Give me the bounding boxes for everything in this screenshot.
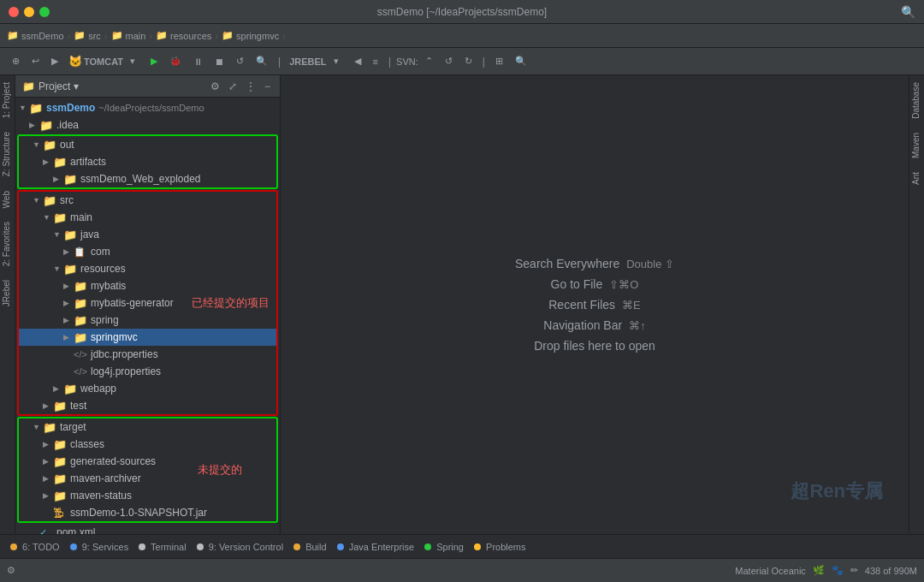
toolbar-btn-2[interactable]: ↩ bbox=[27, 54, 44, 68]
build-btn[interactable]: Build bbox=[290, 540, 330, 554]
search-toolbar-btn[interactable]: 🔍 bbox=[510, 54, 532, 68]
toolbar-btn-4[interactable]: ⏹ bbox=[210, 55, 229, 68]
nav-bar-key: ⌘↑ bbox=[629, 319, 646, 332]
folder-icon: 📁 bbox=[53, 156, 67, 169]
toolbar-btn-5[interactable]: ↺ bbox=[231, 54, 249, 68]
project-tree[interactable]: ▼ 📁 ssmDemo ~/IdeaProjects/ssmDemo ▶ 📁 .… bbox=[15, 98, 280, 534]
project-panel: 📁 Project ▾ ⚙ ⤢ ⋮ − ▼ 📁 ssmDemo ~/IdeaPr… bbox=[15, 75, 281, 534]
search-everywhere-key: Double ⇧ bbox=[626, 258, 674, 270]
sidebar-tab-project[interactable]: 1: Project bbox=[0, 75, 15, 125]
services-label: 9: Services bbox=[82, 542, 128, 552]
tree-item-label: .idea bbox=[56, 119, 79, 131]
tree-item-resources[interactable]: ▼ 📁 resources bbox=[19, 260, 276, 277]
tree-item-log4j-props[interactable]: </> log4j.properties bbox=[19, 363, 276, 380]
tree-item-webapp[interactable]: ▶ 📁 webapp bbox=[19, 380, 276, 397]
tree-item-main[interactable]: ▼ 📁 main bbox=[19, 209, 276, 226]
terminal-btn[interactable]: Terminal bbox=[135, 540, 189, 554]
breadcrumb-ssmdemo[interactable]: 📁 ssmDemo bbox=[7, 30, 64, 41]
problems-dot bbox=[474, 543, 481, 550]
tomcat-group: 🐱 TOMCAT ▾ bbox=[68, 54, 140, 68]
close-button[interactable] bbox=[9, 7, 19, 17]
folder-icon: 📁 bbox=[111, 30, 123, 41]
folder-icon: 📁 bbox=[63, 229, 77, 241]
svn-btn2[interactable]: ↺ bbox=[440, 54, 458, 68]
breadcrumb-main[interactable]: 📁 main bbox=[111, 30, 146, 41]
java-enterprise-btn[interactable]: Java Enterprise bbox=[334, 540, 418, 554]
folder-icon: 📁 bbox=[74, 280, 87, 293]
toolbar-btn-1[interactable]: ⊕ bbox=[7, 54, 25, 68]
toolbar-btn-6[interactable]: 🔍 bbox=[251, 54, 273, 68]
folder-icon: 📁 bbox=[63, 383, 77, 395]
grid-btn[interactable]: ⊞ bbox=[490, 54, 508, 68]
tree-item-src[interactable]: ▼ 📁 src bbox=[19, 192, 276, 209]
sidebar-tab-favorites[interactable]: 2: Favorites bbox=[0, 215, 15, 273]
tree-item-test[interactable]: ▶ 📁 test bbox=[19, 397, 276, 414]
tree-item-classes[interactable]: ▶ 📁 classes bbox=[19, 436, 276, 453]
tree-item-spring[interactable]: ▶ 📁 spring bbox=[19, 312, 276, 329]
search-everywhere-label: Search Everywhere bbox=[515, 257, 619, 270]
tree-item-pom[interactable]: ✓ pom.xml bbox=[15, 524, 280, 534]
version-control-btn[interactable]: 9: Version Control bbox=[193, 540, 287, 554]
panel-title[interactable]: 📁 Project ▾ bbox=[22, 80, 79, 92]
tree-item-target[interactable]: ▼ 📁 target bbox=[19, 419, 276, 436]
breadcrumb-resources[interactable]: 📁 resources bbox=[156, 30, 211, 41]
svn-label: SVN: bbox=[396, 56, 418, 67]
search-everywhere-row: Search Everywhere Double ⇧ bbox=[515, 257, 674, 270]
drop-files-row[interactable]: Drop files here to open bbox=[534, 339, 655, 353]
svn-btn3[interactable]: ↻ bbox=[459, 54, 477, 68]
tree-item-web-exploded[interactable]: ▶ 📁 ssmDemo_Web_exploded bbox=[19, 170, 276, 187]
edit-icon: ✏ bbox=[850, 565, 858, 576]
arrow-icon: ▼ bbox=[43, 213, 53, 222]
tree-item-jdbc-props[interactable]: </> jdbc.properties bbox=[19, 346, 276, 363]
tree-item-jar[interactable]: 🗜 ssmDemo-1.0-SNAPSHOT.jar bbox=[19, 504, 276, 521]
arrow-icon: ▶ bbox=[63, 333, 74, 341]
toolbar-btn-arrow[interactable]: ▶ bbox=[46, 54, 63, 68]
tree-root[interactable]: ▼ 📁 ssmDemo ~/IdeaProjects/ssmDemo bbox=[15, 99, 280, 116]
statusbar-icon-left[interactable]: ⚙ bbox=[7, 565, 15, 576]
sidebar-tab-jrebel[interactable]: JRebel bbox=[0, 273, 15, 313]
tree-item-artifacts[interactable]: ▶ 📁 artifacts bbox=[19, 153, 276, 170]
gear-panel-btn[interactable]: ⋮ bbox=[243, 80, 258, 93]
minimize-button[interactable] bbox=[24, 7, 34, 17]
expand-panel-btn[interactable]: ⤢ bbox=[226, 80, 240, 93]
arrow-icon: ▼ bbox=[33, 196, 43, 205]
todo-btn[interactable]: 6: TODO bbox=[7, 540, 63, 554]
breadcrumb-src[interactable]: 📁 src bbox=[74, 30, 101, 41]
toolbar-btn-3[interactable]: ⏸ bbox=[188, 55, 208, 68]
tree-item-label: resources bbox=[80, 263, 126, 275]
close-panel-btn[interactable]: − bbox=[262, 80, 273, 93]
sidebar-tab-web[interactable]: Web bbox=[0, 184, 15, 215]
sidebar-tab-maven[interactable]: Maven bbox=[909, 126, 924, 165]
tree-item-maven-status[interactable]: ▶ 📁 maven-status bbox=[19, 487, 276, 504]
title-bar: ssmDemo [~/IdeaProjects/ssmDemo] 🔍 bbox=[0, 0, 924, 24]
sidebar-tab-ant[interactable]: Ant bbox=[909, 165, 924, 192]
services-btn[interactable]: 9: Services bbox=[67, 540, 132, 554]
tomcat-dropdown[interactable]: ▾ bbox=[125, 54, 140, 68]
problems-btn[interactable]: Problems bbox=[471, 540, 530, 554]
folder-icon: 📁 bbox=[53, 438, 67, 451]
spring-btn[interactable]: Spring bbox=[421, 540, 467, 554]
maximize-button[interactable] bbox=[39, 7, 50, 17]
tree-item-mybatis[interactable]: ▶ 📁 mybatis bbox=[19, 277, 276, 294]
tree-item-idea[interactable]: ▶ 📁 .idea bbox=[15, 116, 280, 134]
jrebel-dropdown[interactable]: ▾ bbox=[329, 54, 344, 68]
tree-item-label: jdbc.properties bbox=[91, 348, 158, 360]
breadcrumb-springmvc[interactable]: 📁 springmvc bbox=[222, 30, 279, 41]
jrebel-btn2[interactable]: ≡ bbox=[368, 55, 383, 68]
tree-item-label: pom.xml bbox=[56, 526, 95, 534]
svn-btn1[interactable]: ⌃ bbox=[420, 54, 438, 68]
sidebar-tab-structure[interactable]: Z: Structure bbox=[0, 125, 15, 183]
tree-item-springmvc[interactable]: ▶ 📁 springmvc bbox=[19, 329, 276, 346]
arrow-icon: ▶ bbox=[43, 401, 53, 410]
settings-panel-btn[interactable]: ⚙ bbox=[208, 80, 222, 93]
sidebar-tab-database[interactable]: Database bbox=[909, 75, 924, 126]
tree-item-java[interactable]: ▼ 📁 java bbox=[19, 226, 276, 243]
search-icon[interactable]: 🔍 bbox=[901, 5, 915, 19]
tree-item-out[interactable]: ▼ 📁 out bbox=[19, 136, 276, 153]
tree-item-com[interactable]: ▶ 📋 com bbox=[19, 243, 276, 260]
jrebel-btn1[interactable]: ◀ bbox=[349, 54, 366, 68]
debug-btn[interactable]: 🐞 bbox=[164, 54, 187, 68]
tree-item-label: test bbox=[70, 400, 86, 412]
run-btn[interactable]: ▶ bbox=[145, 54, 163, 68]
breadcrumb-label: main bbox=[126, 31, 146, 41]
